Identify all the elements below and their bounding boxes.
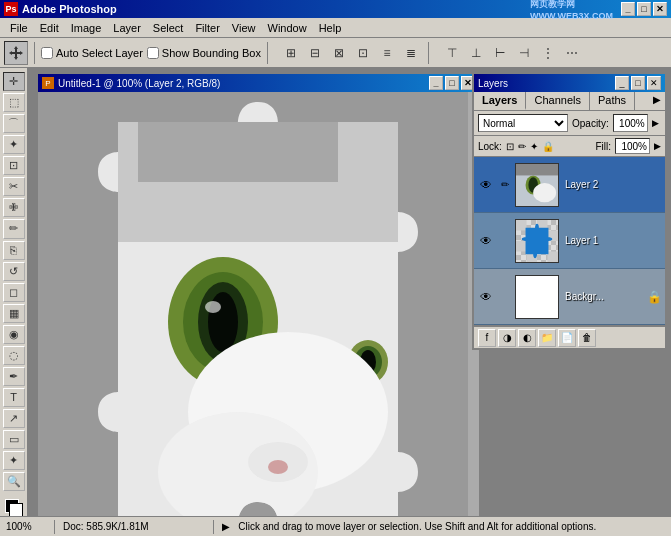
magic-wand-tool[interactable]: ✦ (3, 135, 25, 154)
menu-layer[interactable]: Layer (107, 20, 147, 36)
menu-filter[interactable]: Filter (189, 20, 225, 36)
align-vertical-centers-icon[interactable]: ⊟ (304, 42, 326, 64)
align-top-edges-icon[interactable]: ⊞ (280, 42, 302, 64)
document-size: Doc: 585.9K/1.81M (63, 521, 205, 532)
layer-delete-button[interactable]: 🗑 (578, 329, 596, 347)
slice-tool[interactable]: ✂ (3, 177, 25, 196)
svg-rect-25 (516, 220, 527, 231)
document-window-controls[interactable]: _ □ ✕ (429, 76, 475, 90)
background-visibility-icon[interactable]: 👁 (477, 288, 495, 306)
layer2-name: Layer 2 (565, 179, 662, 190)
minimize-button[interactable]: _ (621, 2, 635, 16)
options-toolbar: Auto Select Layer Show Bounding Box ⊞ ⊟ … (0, 38, 671, 68)
layer1-visibility-icon[interactable]: 👁 (477, 232, 495, 250)
main-content-area: P Untitled-1 @ 100% (Layer 2, RGB/8) _ □… (28, 68, 671, 516)
marquee-tool[interactable]: ⬚ (3, 93, 25, 112)
layers-blend-controls: Normal Multiply Screen Opacity: ▶ (474, 111, 665, 136)
tab-paths[interactable]: Paths (590, 92, 635, 110)
menu-view[interactable]: View (226, 20, 262, 36)
layers-minimize-button[interactable]: _ (615, 76, 629, 90)
text-tool[interactable]: T (3, 388, 25, 407)
blend-mode-select[interactable]: Normal Multiply Screen (478, 114, 568, 132)
history-brush-tool[interactable]: ↺ (3, 262, 25, 281)
opacity-arrow-icon[interactable]: ▶ (652, 118, 659, 128)
distribute-top-edges-icon[interactable]: ⊤ (441, 42, 463, 64)
app-logo: Ps (4, 2, 18, 16)
menu-image[interactable]: Image (65, 20, 108, 36)
menu-window[interactable]: Window (262, 20, 313, 36)
blur-tool[interactable]: ◉ (3, 325, 25, 344)
healing-tool[interactable]: ✙ (3, 198, 25, 217)
move-tool[interactable]: ✛ (3, 72, 25, 91)
show-bounding-box-checkbox[interactable] (147, 47, 159, 59)
dodge-tool[interactable]: ◌ (3, 346, 25, 365)
layer-new-button[interactable]: 📄 (558, 329, 576, 347)
layer-item-background[interactable]: 👁 Backgr... 🔒 (474, 269, 665, 325)
align-right-edges-icon[interactable]: ≣ (400, 42, 422, 64)
menu-help[interactable]: Help (313, 20, 348, 36)
eraser-tool[interactable]: ◻ (3, 283, 25, 302)
fill-input[interactable] (615, 138, 650, 154)
tab-channels[interactable]: Channels (526, 92, 589, 110)
brush-tool[interactable]: ✏ (3, 219, 25, 238)
layer-group-button[interactable]: 📁 (538, 329, 556, 347)
show-bounding-box-label: Show Bounding Box (162, 47, 261, 59)
shape-tool[interactable]: ▭ (3, 430, 25, 449)
lock-move-icon[interactable]: ✦ (530, 141, 538, 152)
align-horizontal-centers-icon[interactable]: ≡ (376, 42, 398, 64)
distribute-right-edges-icon[interactable]: ⋯ (561, 42, 583, 64)
layer2-visibility-icon[interactable]: 👁 (477, 176, 495, 194)
layer2-thumbnail (515, 163, 559, 207)
layers-close-button[interactable]: ✕ (647, 76, 661, 90)
distribute-vertical-icon[interactable]: ⊥ (465, 42, 487, 64)
eyedropper-tool[interactable]: ✦ (3, 451, 25, 470)
distribute-bottom-edges-icon[interactable]: ⊢ (489, 42, 511, 64)
auto-select-option[interactable]: Auto Select Layer (41, 47, 143, 59)
opacity-input[interactable] (613, 114, 648, 132)
zoom-tool[interactable]: 🔍 (3, 472, 25, 491)
align-bottom-edges-icon[interactable]: ⊠ (328, 42, 350, 64)
lock-pixels-icon[interactable]: ⊡ (506, 141, 514, 152)
fill-arrow-icon[interactable]: ▶ (654, 141, 661, 151)
menu-edit[interactable]: Edit (34, 20, 65, 36)
path-tool[interactable]: ↗ (3, 409, 25, 428)
crop-tool[interactable]: ⊡ (3, 156, 25, 175)
auto-select-checkbox[interactable] (41, 47, 53, 59)
app-window-controls[interactable]: _ □ ✕ (621, 2, 667, 16)
document-canvas[interactable] (38, 92, 479, 516)
layers-panel-menu-icon[interactable]: ▶ (649, 92, 665, 110)
stamp-tool[interactable]: ⎘ (3, 241, 25, 260)
svg-rect-29 (516, 241, 527, 252)
layer-mask-button[interactable]: ◑ (498, 329, 516, 347)
menu-file[interactable]: File (4, 20, 34, 36)
align-left-edges-icon[interactable]: ⊡ (352, 42, 374, 64)
tab-layers[interactable]: Layers (474, 92, 526, 110)
layers-tabs: Layers Channels Paths ▶ (474, 92, 665, 111)
gradient-tool[interactable]: ▦ (3, 304, 25, 323)
distribute-horizontal-icon[interactable]: ⋮ (537, 42, 559, 64)
menu-select[interactable]: Select (147, 20, 190, 36)
layers-panel-controls[interactable]: _ □ ✕ (615, 76, 661, 90)
layer-adjustment-button[interactable]: ◐ (518, 329, 536, 347)
layer-style-button[interactable]: f (478, 329, 496, 347)
layers-panel-title: Layers (478, 78, 508, 89)
doc-maximize-button[interactable]: □ (445, 76, 459, 90)
menu-bar: File Edit Image Layer Select Filter View… (0, 18, 671, 38)
doc-minimize-button[interactable]: _ (429, 76, 443, 90)
lasso-tool[interactable]: ⌒ (3, 114, 25, 133)
pen-tool[interactable]: ✒ (3, 367, 25, 386)
lock-position-icon[interactable]: ✏ (518, 141, 526, 152)
close-button[interactable]: ✕ (653, 2, 667, 16)
show-bounding-box-option[interactable]: Show Bounding Box (147, 47, 261, 59)
foreground-color[interactable] (3, 497, 25, 516)
layer-item-layer1[interactable]: 👁 (474, 213, 665, 269)
layer-item-layer2[interactable]: 👁 ✏ Layer 2 (474, 157, 665, 213)
status-nav-icon[interactable]: ▶ (222, 521, 230, 532)
svg-point-15 (268, 460, 288, 474)
lock-all-icon[interactable]: 🔒 (542, 141, 554, 152)
layers-maximize-button[interactable]: □ (631, 76, 645, 90)
maximize-button[interactable]: □ (637, 2, 651, 16)
move-tool-button[interactable] (4, 41, 28, 65)
distribute-left-edges-icon[interactable]: ⊣ (513, 42, 535, 64)
svg-point-23 (533, 183, 556, 202)
